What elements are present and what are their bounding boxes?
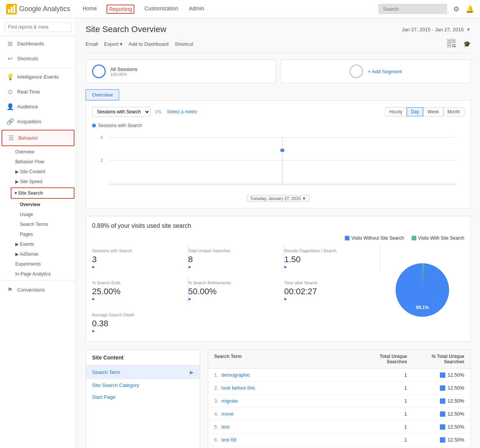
row-5-term[interactable]: test xyxy=(221,424,229,430)
svg-text:4: 4 xyxy=(100,135,103,140)
row-3-term[interactable]: migrate xyxy=(221,398,238,404)
sidebar-sub-b-ss-pages[interactable]: Pages xyxy=(0,229,76,239)
sidebar-item-behavior[interactable]: ☰ Behavior xyxy=(2,131,74,145)
toolbar: Email Export ▾ Add to Dashboard Shortcut xyxy=(86,39,471,53)
sidebar-sub-b-sitecontent[interactable]: ▶ Site Content xyxy=(0,167,76,177)
row-2-term[interactable]: look before this xyxy=(221,385,255,391)
sidebar-sub-b-adsense[interactable]: ▶ AdSense xyxy=(0,249,76,259)
row-1-term[interactable]: demographic xyxy=(221,372,250,378)
stats-headline: 0.89% of your visits used site search xyxy=(92,222,464,229)
svg-rect-12 xyxy=(452,45,453,47)
sidebar-item-shortcuts[interactable]: ↩ Shortcuts xyxy=(0,51,76,66)
sidebar-sub-b-ss-searchterms[interactable]: Search Terms xyxy=(0,219,76,229)
row-3-num: 3. xyxy=(214,398,218,404)
time-btn-month[interactable]: Month xyxy=(443,107,464,116)
row-3-searches: 1 xyxy=(361,398,407,404)
sidebar-search-input[interactable] xyxy=(5,22,71,32)
sidebar-sub-b-ss-usage[interactable]: Usage xyxy=(0,209,76,219)
table-row: 3.migrate 1 12.50% xyxy=(208,395,470,408)
qr-icon[interactable] xyxy=(447,39,456,49)
site-content-category-link[interactable]: Site Search Category xyxy=(86,379,200,391)
sidebar-item-acquisition[interactable]: 🔗 Acquisition xyxy=(0,114,76,129)
nav-home[interactable]: Home xyxy=(82,0,97,18)
site-content-startpage-link[interactable]: Start Page xyxy=(86,391,200,403)
date-range[interactable]: Jan 27, 2015 - Jan 27, 2015 ▼ xyxy=(402,27,471,32)
vs-text: VS. xyxy=(155,109,162,114)
stat-results-pageviews: Results Pageviews / Search 1.50 xyxy=(284,245,380,271)
stat-search-refinements: % Search Refinements 50.00% xyxy=(188,277,284,303)
shortcut-button[interactable]: Shortcut xyxy=(175,41,193,47)
top-search-input[interactable] xyxy=(378,4,447,14)
stat-search-refinements-value: 50.00% xyxy=(188,287,278,297)
row-6-term[interactable]: test 69 xyxy=(221,437,236,443)
pie-legend-no-search-color xyxy=(345,236,349,240)
date-range-text: Jan 27, 2015 - Jan 27, 2015 xyxy=(402,27,464,32)
add-segment-item[interactable]: + Add Segment xyxy=(281,60,471,83)
row-3-pct: 12.50% xyxy=(407,398,464,404)
sidebar-item-audience[interactable]: 👤 Audience xyxy=(0,99,76,114)
time-btn-hourly[interactable]: Hourly xyxy=(385,107,407,116)
segment-pct: 100.00% xyxy=(110,72,137,77)
sidebar-item-dashboards[interactable]: ⊞ Dashboards xyxy=(0,36,76,51)
row-4-term[interactable]: move xyxy=(221,411,234,417)
row-4-searches: 1 xyxy=(361,411,407,417)
row-1-pct: 12.50% xyxy=(407,372,464,378)
svg-rect-7 xyxy=(453,40,454,41)
stat-sessions-search-value: 3 xyxy=(92,255,182,264)
metric-select[interactable]: Sessions with Search xyxy=(92,107,150,117)
pie-legend: Visits Without Site Search Visits With S… xyxy=(92,235,464,241)
table-row: 2.look before this 1 12.50% xyxy=(208,382,470,395)
row-1-num: 1. xyxy=(214,372,218,378)
sidebar-sub-b-events[interactable]: ▶ Events xyxy=(0,239,76,249)
sidebar-sub-b-experiments[interactable]: Experiments xyxy=(0,259,76,269)
sidebar-item-conversions[interactable]: ⚑ Conversions xyxy=(0,282,76,297)
stat-unique-searches: Total Unique Searches 8 xyxy=(188,245,284,271)
table-row: 6.test 69 1 12.50% xyxy=(208,433,470,446)
notification-icon[interactable]: 🔔 xyxy=(465,5,474,13)
sidebar-sub-b-ss-overview[interactable]: Overview xyxy=(0,200,76,209)
sidebar-sub-b-sitesearch[interactable]: ▾ Site Search xyxy=(11,188,74,198)
sidebar-label-acquisition: Acquisition xyxy=(17,119,41,124)
sidebar-sub-b-sitespeed[interactable]: ▶ Site Speed xyxy=(0,177,76,187)
help-icon[interactable]: 🎓 xyxy=(463,40,471,48)
segment-label: All Sessions xyxy=(110,66,137,72)
row-2-num: 2. xyxy=(214,385,218,391)
content-area: Site Search Overview Jan 27, 2015 - Jan … xyxy=(76,18,480,448)
svg-rect-1 xyxy=(8,9,10,13)
table-row: 1.demographic 1 12.50% xyxy=(208,369,470,382)
stat-avg-depth-value: 0.38 xyxy=(92,319,182,329)
export-button[interactable]: Export ▾ xyxy=(104,41,123,47)
chart-tooltip-box: Tuesday, January 27, 2015 ▼ xyxy=(247,195,309,202)
email-button[interactable]: Email xyxy=(86,41,98,47)
row-4-bar xyxy=(440,411,445,417)
site-content-search-term-arrow: ▶ xyxy=(190,369,194,375)
sidebar-item-intelligence[interactable]: 💡 Intelligence Events xyxy=(0,69,76,84)
page-header: Site Search Overview Jan 27, 2015 - Jan … xyxy=(86,24,471,34)
time-btn-week[interactable]: Week xyxy=(423,107,443,116)
row-1-searches: 1 xyxy=(361,372,407,378)
stat-avg-depth: Average Search Depth 0.38 xyxy=(92,309,188,335)
nav-customization[interactable]: Customization xyxy=(144,0,179,18)
nav-admin[interactable]: Admin xyxy=(188,0,205,18)
time-btn-day[interactable]: Day xyxy=(407,107,423,116)
sidebar-sub-b-overview[interactable]: Overview xyxy=(0,147,76,157)
row-1-bar xyxy=(440,372,445,378)
site-content-panel-title: Site Content xyxy=(86,350,200,366)
sidebar-item-realtime[interactable]: ⊙ Real-Time xyxy=(0,84,76,99)
sidebar-sub-b-inpage[interactable]: In-Page Analytics xyxy=(0,269,76,279)
stat-time-after-search: Time after Search 00:02:27 xyxy=(284,277,380,303)
svg-text:2: 2 xyxy=(100,158,103,163)
site-content-search-term[interactable]: Search Term ▶ xyxy=(86,366,200,379)
select-metric-link[interactable]: Select a metric xyxy=(167,109,197,114)
stat-search-exits: % Search Exits 25.00% xyxy=(92,277,188,303)
add-dashboard-button[interactable]: Add to Dashboard xyxy=(129,41,169,47)
svg-rect-9 xyxy=(448,45,449,46)
overview-tab[interactable]: Overview xyxy=(86,89,119,100)
svg-rect-11 xyxy=(454,44,456,45)
sidebar-label-shortcuts: Shortcuts xyxy=(17,56,38,61)
sidebar-sub-b-flow[interactable]: Behavior Flow xyxy=(0,157,76,167)
nav-reporting[interactable]: Reporting xyxy=(109,6,132,12)
settings-icon[interactable]: ⚙ xyxy=(453,5,459,13)
row-6-searches: 1 xyxy=(361,437,407,443)
chart-svg: 4 2 xyxy=(92,131,464,192)
